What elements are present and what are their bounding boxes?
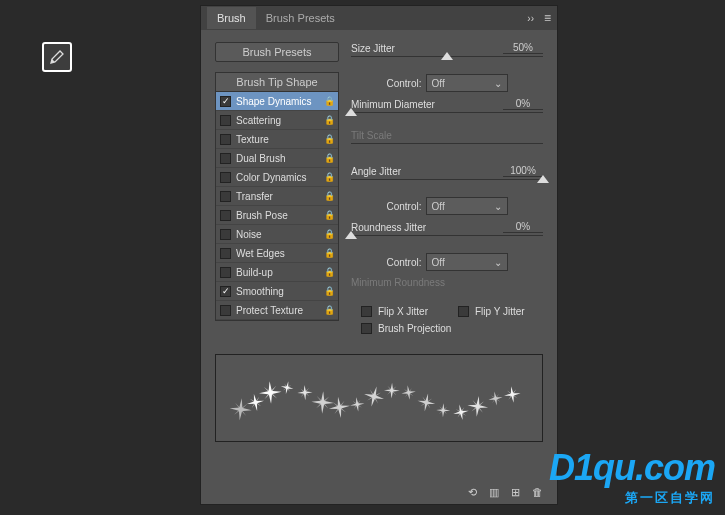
option-label: Brush Pose — [236, 210, 319, 221]
brush-options-list: Brush Tip Shape Shape Dynamics🔒Scatterin… — [215, 72, 339, 321]
watermark: D1qu.com 第一区自学网 — [549, 447, 715, 507]
lock-icon[interactable]: 🔒 — [324, 210, 334, 220]
tilt-scale-slider — [351, 141, 543, 157]
option-checkbox[interactable] — [220, 134, 231, 145]
size-jitter-value[interactable]: 50% — [503, 42, 543, 54]
lock-icon[interactable]: 🔒 — [324, 96, 334, 106]
roundness-jitter-value[interactable]: 0% — [503, 221, 543, 233]
trash-icon[interactable]: 🗑 — [532, 486, 543, 498]
min-diameter-label: Minimum Diameter — [351, 99, 435, 110]
option-checkbox[interactable] — [220, 267, 231, 278]
lock-icon[interactable]: 🔒 — [324, 248, 334, 258]
preset-icon[interactable]: ▥ — [489, 486, 499, 499]
lock-icon[interactable]: 🔒 — [324, 267, 334, 277]
control3-label: Control: — [386, 257, 421, 268]
lock-icon[interactable]: 🔒 — [324, 191, 334, 201]
tab-brush-presets[interactable]: Brush Presets — [256, 7, 345, 29]
lock-icon[interactable]: 🔒 — [324, 153, 334, 163]
min-roundness-label: Minimum Roundness — [351, 277, 445, 288]
control1-label: Control: — [386, 78, 421, 89]
option-checkbox[interactable] — [220, 305, 231, 316]
brush-panel: Brush Brush Presets ›› ≡ Brush Presets B… — [200, 5, 558, 505]
lock-icon[interactable]: 🔒 — [324, 172, 334, 182]
option-label: Protect Texture — [236, 305, 319, 316]
panel-footer: ⟲ ▥ ⊞ 🗑 — [201, 480, 557, 504]
lock-icon[interactable]: 🔒 — [324, 305, 334, 315]
option-label: Smoothing — [236, 286, 319, 297]
option-build-up[interactable]: Build-up🔒 — [216, 263, 338, 282]
control2-select[interactable]: Off — [426, 197, 508, 215]
size-jitter-slider[interactable] — [351, 54, 543, 70]
lock-icon[interactable]: 🔒 — [324, 286, 334, 296]
control2-label: Control: — [386, 201, 421, 212]
toggle-preview-icon[interactable]: ⟲ — [468, 486, 477, 499]
option-label: Build-up — [236, 267, 319, 278]
option-checkbox[interactable] — [220, 153, 231, 164]
option-label: Texture — [236, 134, 319, 145]
angle-jitter-label: Angle Jitter — [351, 166, 401, 177]
option-label: Wet Edges — [236, 248, 319, 259]
option-checkbox[interactable] — [220, 248, 231, 259]
roundness-jitter-label: Roundness Jitter — [351, 222, 426, 233]
settings-column: Size Jitter50% Control: Off Minimum Diam… — [351, 42, 543, 334]
option-dual-brush[interactable]: Dual Brush🔒 — [216, 149, 338, 168]
option-texture[interactable]: Texture🔒 — [216, 130, 338, 149]
lock-icon[interactable]: 🔒 — [324, 134, 334, 144]
brush-projection-checkbox[interactable]: Brush Projection — [361, 323, 451, 334]
option-scattering[interactable]: Scattering🔒 — [216, 111, 338, 130]
min-diameter-slider[interactable] — [351, 110, 543, 126]
option-label: Noise — [236, 229, 319, 240]
option-brush-pose[interactable]: Brush Pose🔒 — [216, 206, 338, 225]
option-color-dynamics[interactable]: Color Dynamics🔒 — [216, 168, 338, 187]
option-label: Scattering — [236, 115, 319, 126]
option-label: Dual Brush — [236, 153, 319, 164]
option-noise[interactable]: Noise🔒 — [216, 225, 338, 244]
control3-select[interactable]: Off — [426, 253, 508, 271]
option-checkbox[interactable] — [220, 172, 231, 183]
menu-icon[interactable]: ≡ — [544, 11, 551, 25]
brush-tool-button[interactable] — [42, 42, 72, 72]
tilt-scale-label: Tilt Scale — [351, 130, 392, 141]
control1-select[interactable]: Off — [426, 74, 508, 92]
option-shape-dynamics[interactable]: Shape Dynamics🔒 — [216, 92, 338, 111]
sparkle-stroke — [216, 355, 542, 442]
option-checkbox[interactable] — [220, 191, 231, 202]
brush-tip-shape-button[interactable]: Brush Tip Shape — [216, 73, 338, 92]
option-checkbox[interactable] — [220, 96, 231, 107]
min-diameter-value[interactable]: 0% — [503, 98, 543, 110]
option-label: Shape Dynamics — [236, 96, 319, 107]
size-jitter-label: Size Jitter — [351, 43, 395, 54]
roundness-jitter-slider[interactable] — [351, 233, 543, 249]
option-checkbox[interactable] — [220, 210, 231, 221]
brush-preview — [215, 354, 543, 442]
tab-brush[interactable]: Brush — [207, 7, 256, 29]
option-transfer[interactable]: Transfer🔒 — [216, 187, 338, 206]
lock-icon[interactable]: 🔒 — [324, 115, 334, 125]
brush-presets-button[interactable]: Brush Presets — [215, 42, 339, 62]
panel-tabs: Brush Brush Presets ›› ≡ — [201, 6, 557, 30]
brush-icon — [48, 48, 66, 66]
option-checkbox[interactable] — [220, 286, 231, 297]
option-smoothing[interactable]: Smoothing🔒 — [216, 282, 338, 301]
lock-icon[interactable]: 🔒 — [324, 229, 334, 239]
option-label: Transfer — [236, 191, 319, 202]
option-protect-texture[interactable]: Protect Texture🔒 — [216, 301, 338, 320]
option-checkbox[interactable] — [220, 229, 231, 240]
option-checkbox[interactable] — [220, 115, 231, 126]
option-wet-edges[interactable]: Wet Edges🔒 — [216, 244, 338, 263]
angle-jitter-slider[interactable] — [351, 177, 543, 193]
flip-x-checkbox[interactable]: Flip X Jitter — [361, 306, 428, 317]
flip-y-checkbox[interactable]: Flip Y Jitter — [458, 306, 525, 317]
new-preset-icon[interactable]: ⊞ — [511, 486, 520, 499]
collapse-icon[interactable]: ›› — [527, 13, 534, 24]
option-label: Color Dynamics — [236, 172, 319, 183]
